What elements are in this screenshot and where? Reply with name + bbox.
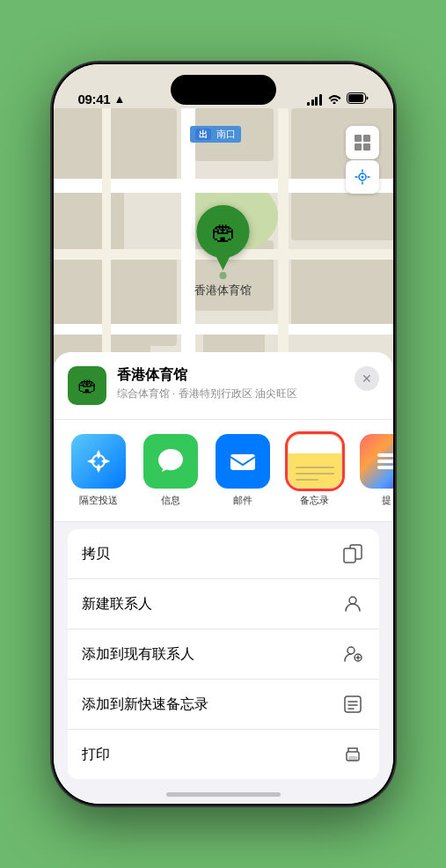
map-label: 出 南口 xyxy=(190,126,241,143)
bottom-spacer xyxy=(54,779,393,804)
venue-name: 香港体育馆 xyxy=(117,366,344,385)
phone-frame: 09:41 ▲ xyxy=(52,63,395,805)
status-icons xyxy=(307,92,369,107)
airdrop-label: 隔空投送 xyxy=(79,494,118,507)
bottom-sheet: 🏟 香港体育馆 综合体育馆 · 香港特别行政区 油尖旺区 ✕ xyxy=(54,352,393,804)
signal-bars-icon xyxy=(307,94,322,106)
pin-icon: 🏟 xyxy=(197,205,250,258)
more-label: 提 xyxy=(382,494,391,507)
notes-label: 备忘录 xyxy=(300,494,329,507)
status-time: 09:41 xyxy=(78,92,111,107)
location-pin: 🏟 香港体育馆 xyxy=(194,205,252,298)
share-item-mail[interactable]: 邮件 xyxy=(212,434,274,507)
more-icon xyxy=(360,434,393,489)
svg-rect-2 xyxy=(355,135,362,142)
add-notes-label: 添加到新快速备忘录 xyxy=(82,695,208,714)
airdrop-icon xyxy=(71,434,126,489)
dynamic-island xyxy=(171,75,276,105)
venue-info: 香港体育馆 综合体育馆 · 香港特别行政区 油尖旺区 xyxy=(117,366,344,401)
map-view-toggle[interactable] xyxy=(346,126,379,159)
messages-label: 信息 xyxy=(161,494,180,507)
svg-point-12 xyxy=(349,597,356,604)
messages-icon xyxy=(143,434,198,489)
action-new-contact[interactable]: 新建联系人 xyxy=(68,579,379,629)
home-indicator xyxy=(166,792,281,797)
svg-rect-3 xyxy=(363,135,370,142)
svg-point-13 xyxy=(347,647,355,654)
location-icon: ▲ xyxy=(113,92,125,106)
new-contact-label: 新建联系人 xyxy=(82,595,152,614)
svg-rect-22 xyxy=(348,756,357,761)
action-add-existing[interactable]: 添加到现有联系人 xyxy=(68,629,379,680)
mail-label: 邮件 xyxy=(233,494,252,507)
svg-rect-1 xyxy=(348,94,363,102)
pin-label: 香港体育馆 xyxy=(194,283,252,298)
new-contact-icon xyxy=(340,592,365,616)
pin-shadow xyxy=(220,272,227,279)
share-item-messages[interactable]: 信息 xyxy=(140,434,201,507)
battery-icon xyxy=(347,92,369,107)
add-existing-icon xyxy=(340,642,365,666)
venue-subtitle: 综合体育馆 · 香港特别行政区 油尖旺区 xyxy=(117,386,344,401)
svg-rect-5 xyxy=(363,143,370,151)
share-item-airdrop[interactable]: 隔空投送 xyxy=(68,434,129,507)
venue-icon: 🏟 xyxy=(68,366,106,405)
add-notes-icon xyxy=(340,692,365,717)
print-icon xyxy=(340,742,365,767)
share-row: 隔空投送 信息 xyxy=(54,420,393,522)
pin-tail xyxy=(216,256,230,270)
action-print[interactable]: 打印 xyxy=(68,730,379,779)
venue-card: 🏟 香港体育馆 综合体育馆 · 香港特别行政区 油尖旺区 ✕ xyxy=(54,352,393,420)
wifi-icon xyxy=(327,93,341,107)
svg-rect-4 xyxy=(355,143,362,151)
share-item-more[interactable]: 提 xyxy=(356,434,393,507)
svg-rect-11 xyxy=(344,548,355,563)
mail-icon xyxy=(216,434,270,489)
phone-screen: 09:41 ▲ xyxy=(54,64,393,804)
location-button[interactable] xyxy=(346,160,379,194)
share-item-notes[interactable]: 备忘录 xyxy=(284,434,346,507)
map-controls xyxy=(346,126,379,194)
svg-rect-17 xyxy=(345,696,361,712)
print-label: 打印 xyxy=(82,746,110,764)
action-copy[interactable]: 拷贝 xyxy=(68,529,379,579)
svg-point-7 xyxy=(361,176,363,179)
copy-label: 拷贝 xyxy=(82,545,110,563)
action-add-notes[interactable]: 添加到新快速备忘录 xyxy=(68,680,379,730)
notes-icon xyxy=(288,434,342,489)
copy-icon xyxy=(340,541,365,566)
close-button[interactable]: ✕ xyxy=(355,366,379,391)
action-list: 拷贝 新建联系人 xyxy=(68,529,379,779)
add-existing-label: 添加到现有联系人 xyxy=(82,645,194,664)
svg-rect-9 xyxy=(230,454,255,470)
